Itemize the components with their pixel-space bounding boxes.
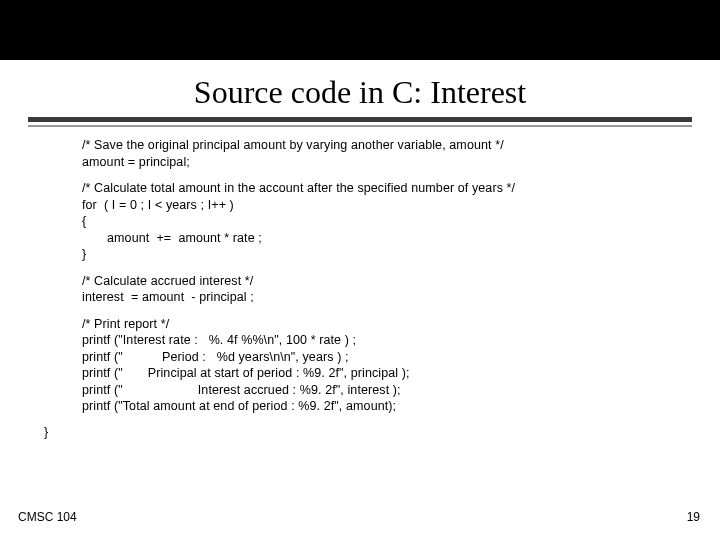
slide-title: Source code in C: Interest: [0, 74, 720, 111]
code-block-4: /* Print report */ printf ("Interest rat…: [82, 316, 720, 415]
code-block-1: /* Save the original principal amount by…: [82, 137, 720, 170]
closing-brace: }: [44, 425, 720, 439]
title-rule: [28, 117, 692, 127]
top-black-bar: [0, 0, 720, 60]
footer-page-number: 19: [687, 510, 700, 524]
code-block-2: /* Calculate total amount in the account…: [82, 180, 720, 263]
footer-course: CMSC 104: [18, 510, 77, 524]
code-block-3: /* Calculate accrued interest */ interes…: [82, 273, 720, 306]
code-area: /* Save the original principal amount by…: [82, 137, 720, 415]
